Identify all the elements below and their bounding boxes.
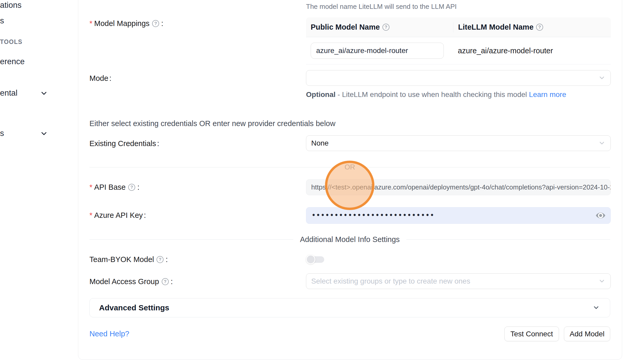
advanced-settings-panel[interactable]: Advanced Settings	[89, 298, 610, 317]
learn-more-link[interactable]: Learn more	[529, 90, 566, 99]
azure-api-key-label: * Azure API Key :	[89, 211, 146, 220]
chevron-down-icon	[597, 139, 606, 148]
help-question-icon[interactable]: ?	[152, 20, 159, 27]
team-byok-label: Team-BYOK Model ? :	[89, 255, 168, 264]
sidebar-item-experimental[interactable]: ental	[0, 88, 17, 98]
masked-api-key-value: •••••••••••••••••••••••••••	[311, 211, 434, 219]
help-question-icon[interactable]: ?	[382, 24, 389, 31]
chevron-down-icon	[592, 303, 601, 312]
existing-credentials-label: Existing Credentials :	[89, 139, 159, 148]
sidebar-section-tools: TOOLS	[0, 38, 22, 45]
help-question-icon[interactable]: ?	[162, 278, 169, 285]
toggle-knob	[306, 255, 315, 264]
table-row: azure_ai/azure-model-router	[306, 37, 611, 64]
mode-help-text: Optional - LiteLLM endpoint to use when …	[306, 89, 587, 100]
model-mappings-label: * Model Mappings ? :	[89, 19, 163, 28]
toggle-password-visibility-button[interactable]	[594, 209, 607, 222]
public-model-name-input[interactable]	[311, 43, 444, 59]
column-public-model-name: Public Model Name	[311, 23, 380, 31]
chevron-down-icon	[597, 277, 606, 286]
or-divider: OR	[89, 162, 610, 172]
api-base-input[interactable]: https://<test>.openai.azure.com/openai/d…	[306, 179, 611, 195]
existing-credentials-select[interactable]: None	[306, 135, 611, 151]
model-access-group-placeholder: Select existing groups or type to create…	[311, 277, 470, 285]
mode-label: Mode :	[89, 74, 112, 83]
test-connect-button[interactable]: Test Connect	[504, 326, 559, 341]
help-question-icon[interactable]: ?	[536, 24, 543, 31]
model-access-group-select[interactable]: Select existing groups or type to create…	[306, 273, 611, 289]
chevron-down-icon[interactable]	[40, 89, 48, 98]
additional-settings-divider: Additional Model Info Settings	[89, 234, 610, 245]
sidebar-item-organizations[interactable]: ations	[0, 1, 22, 10]
required-asterisk: *	[89, 183, 92, 192]
column-litellm-model-name: LiteLLM Model Name	[458, 23, 534, 31]
existing-credentials-value: None	[311, 139, 329, 147]
model-access-group-label: Model Access Group ? :	[89, 277, 173, 286]
model-mappings-table-header: Public Model Name ? LiteLLM Model Name ?	[306, 17, 611, 37]
eye-icon	[595, 210, 606, 221]
sidebar-item-settings[interactable]: s	[0, 129, 4, 138]
team-byok-toggle[interactable]	[306, 254, 325, 265]
sidebar-item[interactable]: s	[0, 16, 4, 25]
litellm-model-name-value: azure_ai/azure-model-router	[453, 47, 611, 55]
additional-settings-divider-text: Additional Model Info Settings	[293, 235, 407, 244]
sidebar-item-inference[interactable]: erence	[0, 57, 25, 66]
need-help-link[interactable]: Need Help?	[89, 330, 129, 338]
help-question-icon[interactable]: ?	[157, 256, 164, 263]
advanced-settings-title: Advanced Settings	[99, 303, 592, 312]
credentials-note: Either select existing credentials OR en…	[89, 119, 335, 128]
model-mappings-table: Public Model Name ? LiteLLM Model Name ?…	[306, 17, 611, 64]
api-base-label: * API Base ? :	[89, 183, 139, 192]
model-name-helper-text: The model name LiteLLM will send to the …	[306, 3, 457, 11]
azure-api-key-input[interactable]: •••••••••••••••••••••••••••	[306, 207, 611, 224]
or-divider-text: OR	[338, 163, 362, 171]
chevron-down-icon[interactable]	[40, 129, 48, 138]
mode-select[interactable]	[306, 70, 611, 86]
required-asterisk: *	[89, 19, 92, 28]
help-question-icon[interactable]: ?	[128, 184, 135, 191]
required-asterisk: *	[89, 211, 92, 220]
chevron-down-icon	[597, 74, 606, 82]
add-model-button[interactable]: Add Model	[564, 326, 610, 341]
